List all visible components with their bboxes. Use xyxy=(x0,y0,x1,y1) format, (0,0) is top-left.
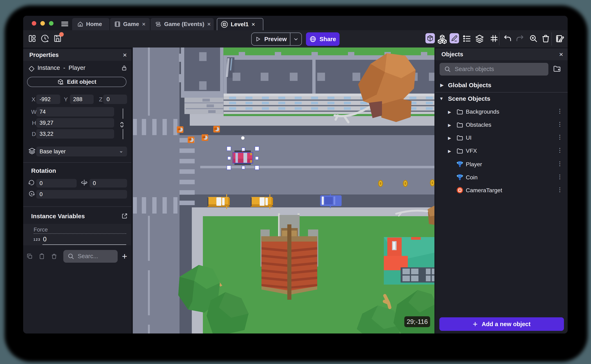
svg-text:29;-116: 29;-116 xyxy=(407,318,428,325)
svg-text:3D: 3D xyxy=(61,83,63,85)
